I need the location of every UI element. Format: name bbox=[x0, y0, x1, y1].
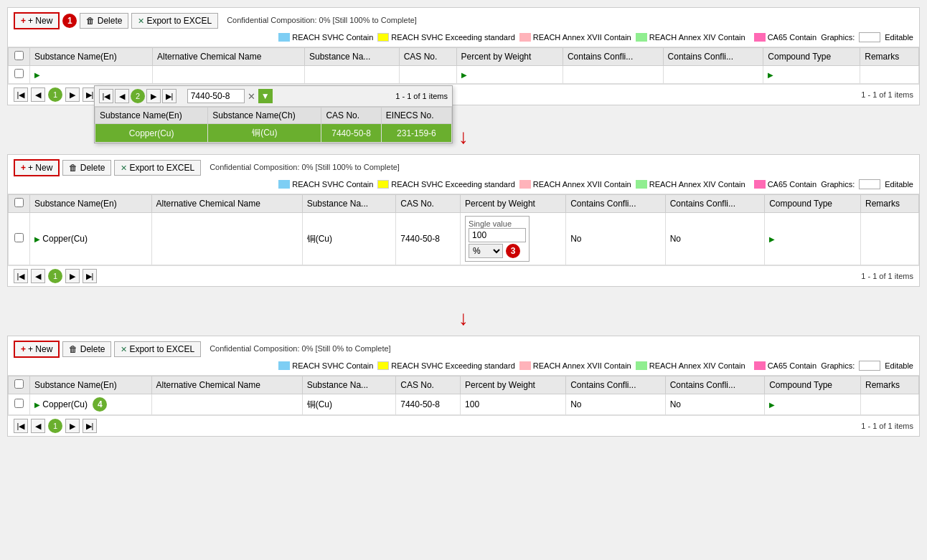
legend2-editable-label: Editable bbox=[885, 180, 913, 189]
cell-alt-name bbox=[152, 66, 304, 84]
drop-last[interactable]: ▶| bbox=[162, 89, 177, 103]
cell3-compound: ▶ bbox=[765, 394, 861, 415]
first-page-1[interactable]: |◀ bbox=[14, 87, 28, 102]
weight-unit-select[interactable]: % ppm bbox=[469, 244, 503, 258]
confidential-text-2: Confidential Composition: 0% [Still 100%… bbox=[210, 162, 400, 173]
next-page-2[interactable]: ▶ bbox=[65, 269, 80, 283]
select-all-3[interactable] bbox=[14, 379, 24, 389]
legend3-exceed-color bbox=[377, 361, 389, 370]
select-all-2[interactable] bbox=[14, 198, 24, 207]
legend3-reach-annex17: REACH Annex XVII Contain bbox=[519, 361, 631, 370]
arrow-2: ↓ bbox=[7, 301, 920, 336]
cell3-remarks bbox=[860, 394, 918, 415]
legend2-reach-svhc: REACH SVHC Contain bbox=[278, 180, 373, 189]
drop-cell-einecs: 231-159-6 bbox=[381, 124, 451, 143]
drop-prev[interactable]: ◀ bbox=[115, 89, 129, 103]
cell2-percent[interactable]: Single value % ppm 3 bbox=[461, 213, 566, 265]
weight-unit-row: % ppm 3 bbox=[469, 244, 526, 258]
legend2-ca65-color bbox=[754, 180, 766, 189]
next-page-3[interactable]: ▶ bbox=[65, 419, 80, 433]
dropdown-header: |◀ ◀ 2 ▶ ▶| ✕ ▼ 1 - 1 of 1 items bbox=[95, 86, 452, 107]
col-substance-na-1: Substance Na... bbox=[304, 48, 399, 66]
page-num-1: 1 bbox=[48, 87, 62, 102]
dropdown-nav: |◀ ◀ 2 ▶ ▶| bbox=[99, 89, 177, 103]
legend2-annex17-label: REACH Annex XVII Contain bbox=[533, 180, 631, 189]
cell3-confli1: No bbox=[566, 394, 666, 415]
drop-col-einecs: EINECS No. bbox=[381, 108, 451, 124]
last-page-2[interactable]: ▶| bbox=[83, 269, 97, 283]
row2-checkbox[interactable] bbox=[14, 233, 24, 242]
cell-confli1 bbox=[563, 66, 663, 84]
new-button-2[interactable]: + + New bbox=[14, 159, 60, 176]
substance-search-input[interactable] bbox=[187, 89, 245, 103]
cell2-substance-en[interactable]: ▶ Copper(Cu) bbox=[30, 213, 152, 265]
col2-compound: Compound Type bbox=[765, 195, 861, 213]
delete-button-1[interactable]: 🗑 Delete bbox=[80, 13, 128, 29]
col-confli1-1: Contains Confli... bbox=[563, 48, 663, 66]
col3-substance-en: Substance Name(En) bbox=[30, 376, 152, 394]
new-button-1[interactable]: + + New bbox=[14, 12, 60, 29]
col3-remarks: Remarks bbox=[860, 376, 918, 394]
weight-popup: Single value % ppm 3 bbox=[465, 216, 530, 262]
col3-compound: Compound Type bbox=[765, 376, 861, 394]
reach-annex17-label: REACH Annex XVII Contain bbox=[533, 33, 631, 42]
legend3-reach-annex14: REACH Annex XIV Contain bbox=[636, 361, 745, 370]
page-num-2: 1 bbox=[48, 269, 62, 283]
weight-input[interactable] bbox=[469, 228, 526, 242]
col-compound-1: Compound Type bbox=[763, 48, 860, 66]
legend2-ca65: CA65 Contain bbox=[754, 180, 817, 189]
delete-button-3[interactable]: 🗑 Delete bbox=[62, 341, 111, 357]
section1-table-container: Substance Name(En) Alternative Chemical … bbox=[8, 47, 919, 84]
prev-page-3[interactable]: ◀ bbox=[31, 419, 45, 433]
ca65-label: CA65 Contain bbox=[768, 33, 817, 42]
cell-select bbox=[9, 66, 30, 84]
drop-first[interactable]: |◀ bbox=[99, 89, 113, 103]
drop-col-cas: CAS No. bbox=[321, 108, 381, 124]
reach-exceed-color bbox=[377, 33, 389, 42]
select-all-1[interactable] bbox=[14, 51, 24, 60]
last-page-3[interactable]: ▶| bbox=[83, 419, 97, 433]
reach-svhc-color bbox=[278, 33, 290, 42]
col2-substance-na: Substance Na... bbox=[302, 195, 396, 213]
dropdown-row[interactable]: Copper(Cu) 铜(Cu) 7440-50-8 231-159-6 bbox=[95, 124, 452, 143]
legend-reach-exceed: REACH SVHC Exceeding standard bbox=[377, 33, 514, 42]
legend3-ca65-label: CA65 Contain bbox=[768, 361, 817, 370]
legend-2: REACH SVHC Contain REACH SVHC Exceeding … bbox=[278, 179, 913, 189]
prev-page-2[interactable]: ◀ bbox=[31, 269, 45, 283]
new-label-3: + New bbox=[28, 344, 52, 354]
excel-icon-1: ✕ bbox=[138, 16, 144, 26]
row3-checkbox[interactable] bbox=[14, 399, 24, 408]
first-page-3[interactable]: |◀ bbox=[14, 419, 28, 433]
col2-remarks: Remarks bbox=[860, 195, 918, 213]
section3-header-row: Substance Name(En) Alternative Chemical … bbox=[9, 376, 919, 394]
delete-label: 🗑 Delete bbox=[86, 16, 122, 26]
legend3-annex17-label: REACH Annex XVII Contain bbox=[533, 361, 631, 370]
percent-green-arrow: ▶ bbox=[461, 71, 467, 79]
next-page-1[interactable]: ▶ bbox=[65, 87, 80, 102]
col3-substance-na: Substance Na... bbox=[302, 376, 396, 394]
legend3-annex14-color bbox=[636, 361, 647, 370]
cell2-select bbox=[9, 213, 30, 265]
new-button-3[interactable]: + + New bbox=[14, 341, 60, 358]
excel-button-2[interactable]: ✕ Export to EXCEL bbox=[114, 160, 201, 176]
row-checkbox[interactable] bbox=[14, 69, 24, 78]
prev-page-1[interactable]: ◀ bbox=[31, 87, 45, 102]
green-arrow2: ▶ bbox=[34, 235, 40, 243]
excel-button-3[interactable]: ✕ Export to EXCEL bbox=[114, 341, 201, 357]
excel-button-1[interactable]: ✕ Export to EXCEL bbox=[131, 13, 218, 29]
first-page-2[interactable]: |◀ bbox=[14, 269, 28, 283]
step-badge-4: 4 bbox=[93, 397, 107, 412]
dropdown-search-btn[interactable]: ▼ bbox=[258, 89, 273, 103]
legend2-reach-exceed: REACH SVHC Exceeding standard bbox=[377, 180, 514, 189]
table-row: ▶ ▶ ▶ bbox=[9, 66, 919, 84]
delete-label-3: 🗑 Delete bbox=[69, 344, 105, 354]
clear-search-icon[interactable]: ✕ bbox=[248, 91, 255, 102]
legend3-svhc-color bbox=[278, 361, 290, 370]
delete-button-2[interactable]: 🗑 Delete bbox=[62, 160, 111, 176]
legend2-reach-annex14: REACH Annex XIV Contain bbox=[636, 180, 745, 189]
col3-confli2: Contains Confli... bbox=[665, 376, 765, 394]
legend-reach-annex14: REACH Annex XIV Contain bbox=[636, 33, 745, 42]
cell3-substance-en[interactable]: ▶ Copper(Cu) 4 bbox=[30, 394, 152, 415]
col-remarks-1: Remarks bbox=[860, 48, 919, 66]
drop-next[interactable]: ▶ bbox=[146, 89, 161, 103]
